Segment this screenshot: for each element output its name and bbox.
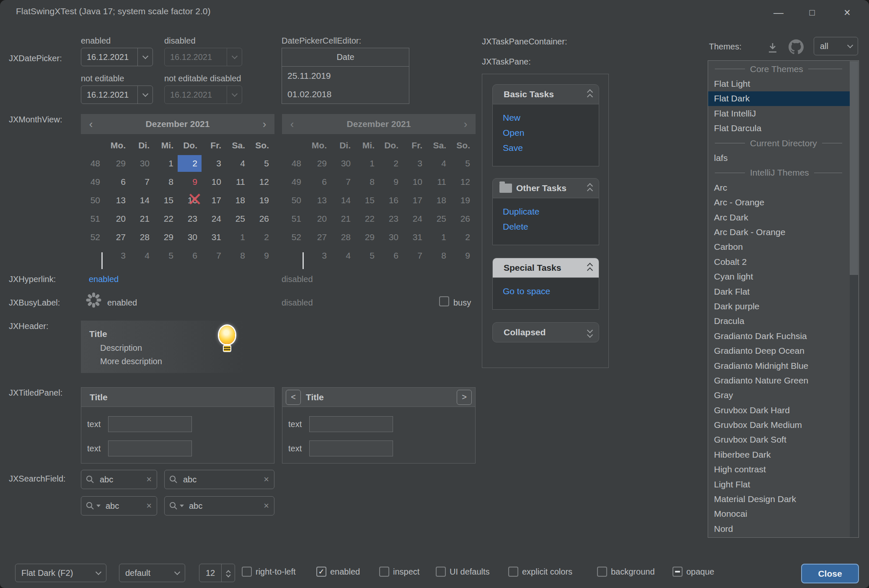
calendar-day[interactable]: 3 xyxy=(202,155,225,172)
collapse-chevron-icon[interactable] xyxy=(588,184,592,193)
theme-item[interactable]: Flat Darcula xyxy=(708,121,851,136)
calendar-day[interactable]: 29 xyxy=(154,229,178,246)
theme-item[interactable]: Monocai xyxy=(708,507,851,521)
calendar-day[interactable]: 13 xyxy=(106,192,130,209)
task-link[interactable]: Go to space xyxy=(503,284,599,299)
search-input[interactable]: abc xyxy=(181,475,261,484)
minimize-button[interactable]: — xyxy=(763,0,794,25)
search-input[interactable]: abc xyxy=(97,475,144,484)
checkbox[interactable]: ✓ xyxy=(316,567,326,577)
font-combo[interactable]: default xyxy=(119,564,185,582)
theme-item[interactable]: Material Design Dark xyxy=(708,492,851,506)
calendar-day[interactable]: 1 xyxy=(225,229,249,246)
text-input[interactable] xyxy=(108,416,192,432)
text-input[interactable] xyxy=(309,440,393,456)
checkbox[interactable] xyxy=(379,567,389,577)
prev-month-icon[interactable]: ‹ xyxy=(81,118,101,131)
theme-item[interactable]: Arc Dark xyxy=(708,210,851,225)
calendar-day[interactable]: 20 xyxy=(106,210,130,227)
theme-item[interactable]: Gradianto Midnight Blue xyxy=(708,358,851,373)
calendar-day[interactable]: 24 xyxy=(202,210,225,227)
collapse-chevron-icon[interactable] xyxy=(588,90,592,99)
theme-item[interactable]: High contrast xyxy=(708,462,851,477)
calendar-day[interactable]: 5 xyxy=(249,155,273,172)
calendar-day[interactable]: 28 xyxy=(130,229,154,246)
calendar-day[interactable]: 21 xyxy=(130,210,154,227)
panel-next-button[interactable]: > xyxy=(457,390,472,405)
search-field-with-menu[interactable]: abc × xyxy=(81,496,157,515)
search-field[interactable]: abc × xyxy=(164,470,274,489)
text-input[interactable] xyxy=(108,440,192,456)
calendar-day[interactable]: 27 xyxy=(106,229,130,246)
theme-item[interactable]: Nord xyxy=(708,521,851,536)
search-input[interactable]: abc xyxy=(103,501,144,511)
text-input[interactable] xyxy=(309,416,393,432)
expand-chevron-icon[interactable] xyxy=(588,328,592,337)
calendar-day[interactable]: 15 xyxy=(154,192,178,209)
taskpane-header[interactable]: Basic Tasks xyxy=(492,84,599,104)
datepicker-enabled[interactable]: 16.12.2021 xyxy=(81,48,153,66)
calendar-day[interactable]: 4 xyxy=(130,247,154,264)
theme-item[interactable]: Gradianto Dark Fuchsia xyxy=(708,329,851,343)
calendar-day[interactable]: 2 xyxy=(178,155,202,172)
busy-checkbox[interactable] xyxy=(439,296,449,306)
maximize-button[interactable]: □ xyxy=(797,0,827,25)
checkbox[interactable] xyxy=(508,567,518,577)
font-size-spinner[interactable]: 12 xyxy=(199,564,235,582)
search-menu-arrow-icon[interactable] xyxy=(96,505,101,507)
theme-item[interactable]: Dark Flat xyxy=(708,284,851,299)
datepicker-dropdown-button[interactable] xyxy=(137,48,153,66)
download-icon[interactable] xyxy=(767,42,778,54)
theme-item[interactable]: Arc - Orange xyxy=(708,195,851,210)
laf-combo[interactable]: Flat Dark (F2) xyxy=(15,564,106,582)
theme-item[interactable]: Flat IntelliJ xyxy=(708,106,851,121)
table-column-header[interactable]: Date xyxy=(282,48,409,67)
search-field-with-menu[interactable]: abc × xyxy=(164,496,274,515)
calendar-day[interactable]: 14 xyxy=(130,192,154,209)
theme-item[interactable]: lafs xyxy=(708,150,851,165)
datepicker-not-editable[interactable]: 16.12.2021 xyxy=(81,85,153,104)
task-link[interactable]: Save xyxy=(503,140,599,155)
calendar-day[interactable]: 7 xyxy=(202,247,225,264)
task-link[interactable]: New xyxy=(503,110,599,125)
close-button[interactable]: Close xyxy=(801,564,859,583)
task-link[interactable]: Delete xyxy=(503,219,599,234)
calendar-day[interactable]: 26 xyxy=(249,210,273,227)
calendar-day[interactable]: 6 xyxy=(106,174,130,190)
theme-item[interactable]: Gruvbox Dark Soft xyxy=(708,433,851,447)
scrollbar-thumb[interactable] xyxy=(850,61,858,275)
calendar-day[interactable]: 12 xyxy=(249,174,273,190)
search-input[interactable]: abc xyxy=(186,501,261,511)
theme-item[interactable]: Cobalt 2 xyxy=(708,254,851,269)
calendar-day[interactable]: 4 xyxy=(225,155,249,172)
theme-item[interactable]: Arc Dark - Orange xyxy=(708,225,851,239)
calendar-day[interactable]: 11 xyxy=(225,174,249,190)
calendar-day[interactable]: 17 xyxy=(202,192,225,209)
calendar-day[interactable]: 23 xyxy=(178,210,202,227)
hyperlink-enabled[interactable]: enabled xyxy=(89,275,119,284)
theme-item[interactable]: Light Flat xyxy=(708,477,851,492)
taskpane-header[interactable]: Special Tasks xyxy=(492,258,599,278)
search-menu-arrow-icon[interactable] xyxy=(180,505,184,507)
calendar-day[interactable]: 18 xyxy=(225,192,249,209)
calendar-day[interactable]: 1 xyxy=(154,155,178,172)
calendar-day[interactable]: 9 xyxy=(249,247,273,264)
taskpane-header[interactable]: Collapsed xyxy=(492,322,599,342)
datepicker-dropdown-button[interactable] xyxy=(137,86,153,104)
checkbox[interactable] xyxy=(597,567,607,577)
theme-item[interactable]: Arc xyxy=(708,180,851,195)
calendar-day[interactable]: 2 xyxy=(249,229,273,246)
collapse-chevron-icon[interactable] xyxy=(588,264,592,272)
theme-item[interactable]: Carbon xyxy=(708,240,851,254)
calendar-day[interactable]: 8 xyxy=(154,174,178,190)
clear-icon[interactable]: × xyxy=(146,474,152,485)
theme-item[interactable]: Gruvbox Dark Medium xyxy=(708,417,851,432)
clear-icon[interactable]: × xyxy=(264,474,269,485)
close-window-button[interactable]: × xyxy=(832,0,862,25)
theme-item[interactable]: Gruvbox Dark Hard xyxy=(708,403,851,417)
calendar-day[interactable]: 6 xyxy=(178,247,202,264)
calendar-day[interactable]: 3 xyxy=(106,247,130,264)
theme-item[interactable]: Gradianto Nature Green xyxy=(708,373,851,388)
theme-item[interactable]: Dark purple xyxy=(708,299,851,313)
theme-item[interactable]: Flat Dark xyxy=(708,91,851,106)
